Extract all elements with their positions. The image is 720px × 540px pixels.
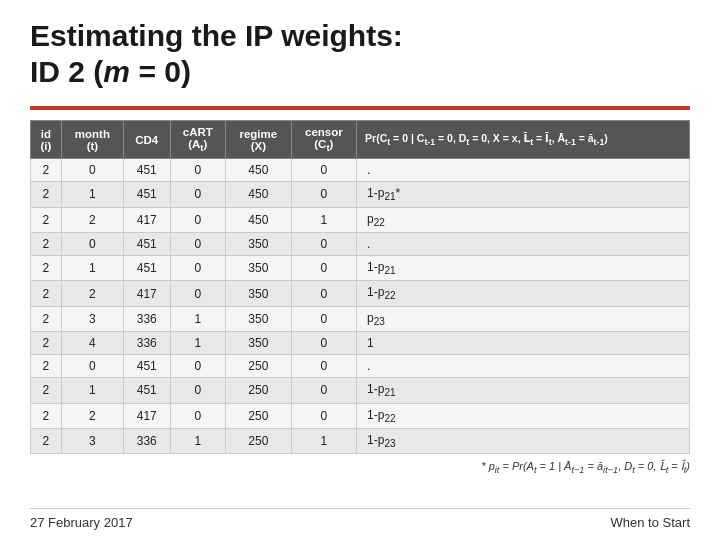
col-header-id: id(i) [31,121,62,159]
table-prob-cell: 1-p21* [357,182,690,207]
table-cell: 2 [31,378,62,403]
table-cell: 3 [61,306,123,331]
table-prob-cell: 1-p22 [357,403,690,428]
table-cell: 451 [123,355,170,378]
table-row: 2045103500. [31,233,690,256]
table-cell: 0 [170,281,226,306]
table-row: 22417025001-p22 [31,403,690,428]
table-cell: 2 [61,281,123,306]
table-cell: 336 [123,306,170,331]
table-cell: 0 [170,207,226,232]
table-cell: 336 [123,429,170,454]
col-header-cd4: CD4 [123,121,170,159]
table-prob-cell: p23 [357,306,690,331]
table-cell: 417 [123,207,170,232]
table-cell: 0 [291,403,357,428]
col-header-prob: Pr(Ct = 0 | Ct-1 = 0, Dt = 0, X = x, L̄t… [357,121,690,159]
table-row: 2045102500. [31,355,690,378]
col-header-month: month(t) [61,121,123,159]
red-divider [30,106,690,110]
table-cell: 2 [31,256,62,281]
table-cell: 0 [170,403,226,428]
col-header-cart: cART(At) [170,121,226,159]
table-cell: 2 [61,207,123,232]
table-row: 21451025001-p21 [31,378,690,403]
table-prob-cell: 1-p21 [357,378,690,403]
table-header-row: id(i) month(t) CD4 cART(At) regime(X) ce… [31,121,690,159]
table-cell: 0 [61,355,123,378]
table-cell: 1 [61,378,123,403]
table-cell: 2 [31,159,62,182]
table-cell: 1 [61,256,123,281]
table-cell: 451 [123,378,170,403]
table-cell: 250 [226,403,292,428]
table-prob-cell: . [357,233,690,256]
footer-date: 27 February 2017 [30,515,133,530]
table-cell: 2 [31,332,62,355]
table-cell: 350 [226,233,292,256]
table-row: 22417035001-p22 [31,281,690,306]
table-cell: 0 [170,159,226,182]
table-cell: 350 [226,306,292,331]
table-cell: 417 [123,281,170,306]
table-cell: 250 [226,355,292,378]
table-row: 2333613500p23 [31,306,690,331]
table-cell: 2 [31,182,62,207]
table-cell: 0 [291,306,357,331]
table-row: 2045104500. [31,159,690,182]
table-cell: 0 [291,159,357,182]
table-prob-cell: 1-p23 [357,429,690,454]
table-cell: 0 [291,332,357,355]
table-cell: 450 [226,207,292,232]
table-cell: 450 [226,159,292,182]
table-cell: 0 [170,355,226,378]
table-prob-cell: 1 [357,332,690,355]
table-row: 21451035001-p21 [31,256,690,281]
table-cell: 4 [61,332,123,355]
table-cell: 0 [170,233,226,256]
table-cell: 0 [61,159,123,182]
table-prob-cell: 1-p21 [357,256,690,281]
table-prob-cell: . [357,159,690,182]
table-cell: 1 [170,429,226,454]
table-cell: 0 [291,281,357,306]
table-cell: 451 [123,182,170,207]
table-cell: 1 [61,182,123,207]
table-cell: 250 [226,378,292,403]
table-cell: 336 [123,332,170,355]
table-cell: 450 [226,182,292,207]
table-cell: 2 [31,281,62,306]
table-prob-cell: 1-p22 [357,281,690,306]
table-cell: 350 [226,332,292,355]
table-cell: 1 [170,332,226,355]
table-cell: 0 [291,182,357,207]
table-row: 2241704501p22 [31,207,690,232]
table-cell: 250 [226,429,292,454]
title-section: Estimating the IP weights: ID 2 (m = 0) [30,18,690,90]
table-body: 2045104500.21451045001-p21*2241704501p22… [31,159,690,454]
table-cell: 0 [291,256,357,281]
table-prob-cell: p22 [357,207,690,232]
table-cell: 451 [123,256,170,281]
table-cell: 451 [123,233,170,256]
footer-subtitle: When to Start [611,515,690,530]
table-prob-cell: . [357,355,690,378]
col-header-regime: regime(X) [226,121,292,159]
table-cell: 3 [61,429,123,454]
table-cell: 417 [123,403,170,428]
footer: 27 February 2017 When to Start [30,508,690,530]
table-cell: 0 [61,233,123,256]
table-cell: 2 [31,233,62,256]
table-cell: 2 [31,403,62,428]
table-row: 21451045001-p21* [31,182,690,207]
table-cell: 2 [31,306,62,331]
table-row: 24336135001 [31,332,690,355]
table-cell: 1 [291,429,357,454]
table-cell: 2 [61,403,123,428]
table-cell: 0 [291,355,357,378]
table-cell: 451 [123,159,170,182]
title-line1: Estimating the IP weights: [30,18,690,54]
table-cell: 0 [291,378,357,403]
table-cell: 1 [170,306,226,331]
main-page: Estimating the IP weights: ID 2 (m = 0) … [0,0,720,540]
